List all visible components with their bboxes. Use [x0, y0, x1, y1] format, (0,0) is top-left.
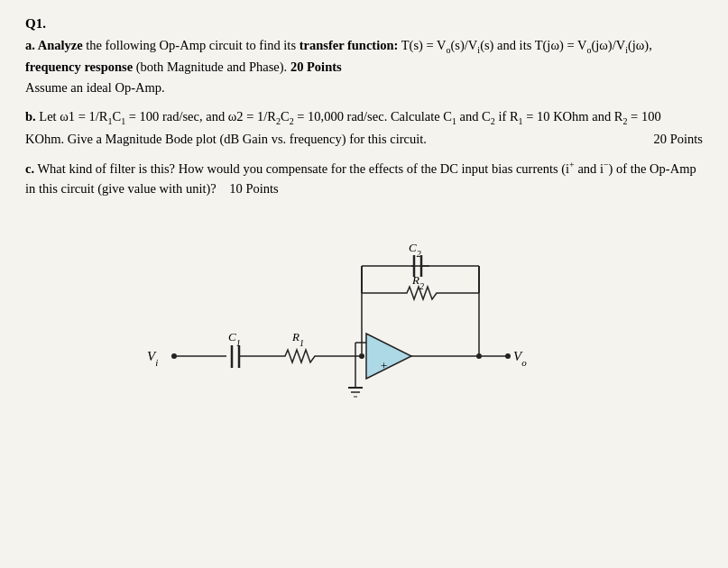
- vo-node: [505, 353, 511, 359]
- part-a-assume: Assume an ideal Op-Amp.: [25, 80, 165, 95]
- part-a: a. Analyze the following Op-Amp circuit …: [25, 35, 703, 97]
- r1-symbol: [281, 350, 321, 362]
- plus-label: +: [381, 359, 387, 372]
- vi-label: Vi: [147, 349, 158, 368]
- part-a-label: a. Analyze the following Op-Amp circuit …: [25, 38, 652, 74]
- r1-label: R1: [291, 330, 304, 348]
- circuit-diagram: Vi C1 R1 +: [25, 212, 703, 419]
- junction-feedback: [359, 353, 364, 359]
- page: Q1. a. Analyze the following Op-Amp circ…: [0, 0, 728, 568]
- circuit-svg: Vi C1 R1 +: [136, 212, 551, 419]
- c1-label: C1: [228, 330, 241, 348]
- part-c: c. What kind of filter is this? How woul…: [25, 158, 703, 199]
- vo-label: Vo: [513, 349, 527, 368]
- part-b: b. Let ω1 = 1/R1C1 = 100 rad/sec, and ω2…: [25, 106, 703, 149]
- input-node: [171, 353, 177, 359]
- q1-label: Q1.: [25, 16, 703, 32]
- opamp-symbol: [366, 334, 411, 379]
